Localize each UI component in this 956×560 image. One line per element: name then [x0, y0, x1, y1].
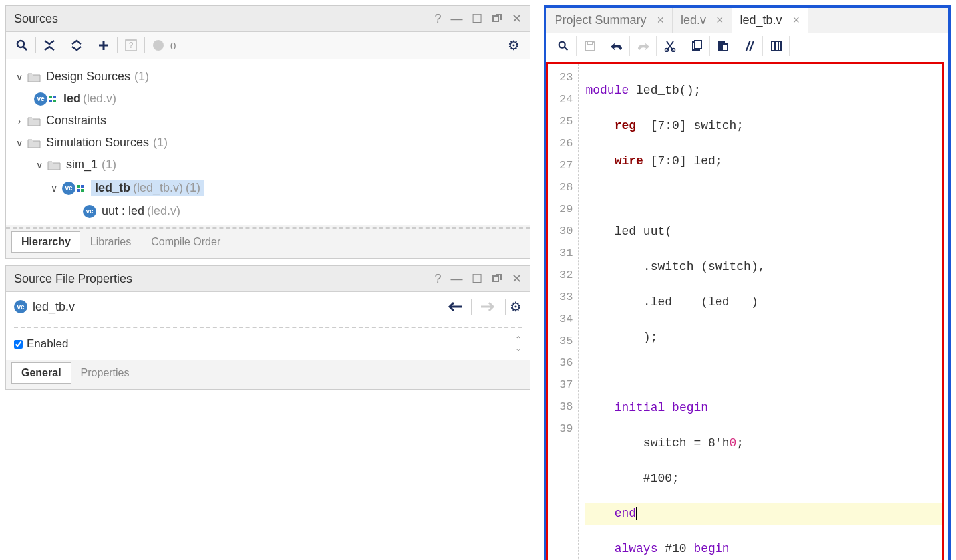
svg-text:?: ? — [129, 41, 134, 50]
code-content[interactable]: module led_tb(); reg [7:0] switch; wire … — [579, 64, 942, 560]
folder-icon — [27, 116, 41, 126]
folder-icon — [27, 72, 41, 82]
svg-rect-14 — [81, 189, 84, 192]
svg-rect-10 — [53, 100, 56, 102]
back-icon[interactable] — [447, 301, 462, 312]
tab-led[interactable]: led.v× — [673, 8, 732, 33]
chevron-right-icon[interactable]: › — [14, 116, 25, 126]
sim-sources-label: Simulation Sources — [46, 136, 149, 150]
tab-properties[interactable]: Properties — [71, 362, 140, 384]
verilog-icon: ve — [14, 300, 27, 313]
tree-constraints[interactable]: › Constraints — [11, 110, 524, 132]
gear-icon[interactable]: ⚙ — [510, 299, 522, 315]
svg-point-6 — [153, 40, 164, 51]
popout-icon[interactable] — [492, 273, 502, 284]
toolbar-count: 0 — [170, 40, 176, 51]
props-header: Source File Properties ? — ☐ ✕ — [6, 266, 530, 292]
save-icon[interactable] — [577, 36, 603, 56]
close-icon[interactable]: × — [657, 13, 664, 27]
close-icon[interactable]: × — [717, 13, 724, 27]
help-box-icon[interactable]: ? — [122, 36, 140, 55]
chevron-down-icon[interactable]: ∨ — [14, 138, 25, 148]
svg-rect-9 — [49, 100, 52, 102]
copy-icon[interactable] — [683, 36, 710, 56]
uut-label: uut : led — [102, 204, 144, 218]
sources-header: Sources ? — ☐ ✕ — [6, 6, 530, 32]
enabled-label: Enabled — [27, 337, 68, 350]
svg-line-1 — [23, 47, 27, 50]
chevron-down-icon[interactable]: ∨ — [14, 72, 25, 82]
search-icon[interactable] — [13, 36, 31, 55]
sources-bottom-tabs: Hierarchy Libraries Compile Order — [6, 229, 530, 258]
uut-file: (led.v) — [147, 204, 180, 218]
sources-panel: Sources ? — ☐ ✕ ? 0 ⚙ — [5, 5, 530, 259]
tab-libraries[interactable]: Libraries — [80, 231, 141, 253]
column-icon[interactable] — [763, 36, 790, 56]
sources-title: Sources — [14, 12, 425, 26]
led-name: led — [63, 92, 80, 106]
enabled-checkbox[interactable] — [14, 340, 23, 349]
expand-icon[interactable] — [67, 36, 86, 55]
chevron-down-icon[interactable]: ∨ — [49, 183, 59, 194]
help-icon[interactable]: ? — [434, 12, 441, 26]
maximize-icon[interactable]: ☐ — [472, 11, 482, 26]
close-icon[interactable]: × — [793, 13, 800, 27]
minimize-icon[interactable]: — — [450, 272, 462, 286]
redo-icon[interactable] — [630, 36, 657, 56]
popout-icon[interactable] — [492, 13, 502, 24]
text-cursor — [636, 507, 637, 520]
cut-icon[interactable] — [657, 36, 683, 56]
sim1-count: (1) — [102, 158, 116, 172]
svg-rect-8 — [53, 96, 56, 98]
editor-tabs: Project Summary× led.v× led_tb.v× — [546, 8, 948, 33]
undo-icon[interactable] — [603, 36, 630, 56]
tab-general[interactable]: General — [11, 362, 71, 384]
ledtb-file: (led_tb.v) — [133, 181, 183, 194]
constraints-label: Constraints — [46, 114, 106, 128]
sources-tree: ∨ Design Sources (1) ve led (led.v) › Co… — [6, 59, 530, 225]
svg-rect-13 — [77, 189, 80, 192]
add-icon[interactable] — [94, 36, 113, 55]
design-count: (1) — [134, 70, 149, 84]
svg-point-0 — [17, 41, 24, 47]
search-icon[interactable] — [550, 36, 577, 56]
svg-rect-12 — [81, 185, 84, 188]
gear-icon[interactable]: ⚙ — [504, 36, 523, 55]
sources-toolbar: ? 0 ⚙ — [6, 32, 530, 59]
paste-icon[interactable] — [710, 36, 736, 56]
tree-ledtb[interactable]: ∨ ve led_tb(led_tb.v)(1) — [11, 176, 524, 200]
verilog-icon: ve — [62, 182, 86, 195]
tree-design-sources[interactable]: ∨ Design Sources (1) — [11, 66, 524, 88]
chevron-down-icon[interactable]: ∨ — [34, 160, 45, 170]
tab-compile-order[interactable]: Compile Order — [141, 231, 230, 253]
line-gutter: 232425 262728 293031 323334 353637 3839 — [548, 64, 579, 560]
svg-rect-22 — [722, 44, 728, 51]
led-file: (led.v) — [83, 92, 116, 106]
collapse-icon[interactable] — [40, 36, 59, 55]
tab-hierarchy[interactable]: Hierarchy — [11, 231, 80, 253]
tree-sim1[interactable]: ∨ sim_1 (1) — [11, 154, 524, 176]
verilog-icon: ve — [83, 205, 96, 218]
tree-uut[interactable]: ve uut : led (led.v) — [11, 200, 524, 222]
sim-count: (1) — [153, 136, 168, 150]
close-icon[interactable]: ✕ — [512, 271, 522, 286]
ledtb-name: led_tb — [95, 181, 130, 194]
props-title: Source File Properties — [14, 272, 425, 286]
props-bottom-tabs: General Properties — [6, 360, 530, 389]
tree-sim-sources[interactable]: ∨ Simulation Sources (1) — [11, 132, 524, 154]
folder-icon — [27, 138, 41, 148]
scroll-arrows[interactable]: ⌃⌄ — [515, 335, 522, 353]
tree-led-module[interactable]: ve led (led.v) — [11, 88, 524, 110]
tab-ledtb[interactable]: led_tb.v× — [732, 8, 809, 33]
comment-icon[interactable]: // — [736, 36, 763, 56]
code-editor[interactable]: 232425 262728 293031 323334 353637 3839 … — [546, 59, 948, 560]
forward-icon[interactable] — [481, 301, 496, 312]
minimize-icon[interactable]: — — [450, 12, 462, 26]
prop-filename: led_tb.v — [33, 300, 75, 314]
close-icon[interactable]: ✕ — [512, 11, 522, 26]
maximize-icon[interactable]: ☐ — [472, 271, 482, 286]
tab-project-summary[interactable]: Project Summary× — [546, 8, 673, 33]
help-icon[interactable]: ? — [434, 272, 441, 286]
folder-icon — [47, 160, 61, 170]
svg-rect-11 — [77, 185, 80, 188]
